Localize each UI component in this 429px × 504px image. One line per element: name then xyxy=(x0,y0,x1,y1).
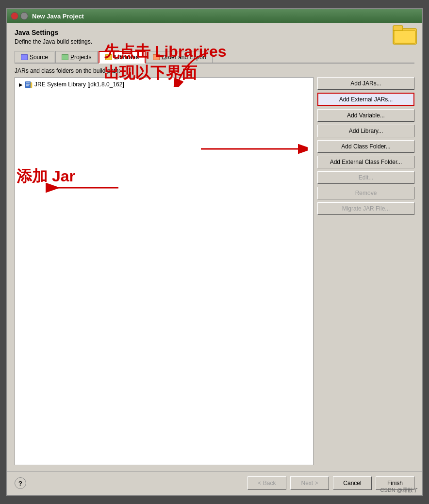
libraries-tab-icon xyxy=(105,54,112,60)
help-button[interactable]: ? xyxy=(15,477,26,489)
tab-order[interactable]: Order and Export xyxy=(147,51,213,63)
add-external-class-folder-button[interactable]: Add External Class Folder... xyxy=(317,156,414,168)
svg-rect-1 xyxy=(393,26,403,31)
bottom-bar: ? < Back Next > Cancel Finish xyxy=(7,471,422,495)
source-tab-icon xyxy=(21,54,28,60)
svg-rect-6 xyxy=(26,84,30,85)
add-external-jars-button[interactable]: Add External JARs... xyxy=(317,93,414,106)
svg-rect-5 xyxy=(26,82,30,83)
section-title: Java Settings xyxy=(15,29,414,36)
add-variable-button[interactable]: Add Variable... xyxy=(317,109,414,122)
edit-button[interactable]: Edit... xyxy=(317,171,414,184)
build-path-label: JARs and class folders on the build path… xyxy=(15,67,414,74)
svg-rect-8 xyxy=(31,82,32,88)
tabs-container: Source Projects Libraries Order and Expo… xyxy=(15,51,414,64)
svg-rect-7 xyxy=(26,85,29,86)
add-jars-button[interactable]: Add JARs... xyxy=(317,77,414,90)
tree-panel[interactable]: ▶ JRE System Library [jdk1.8.0_162] xyxy=(15,77,314,465)
window-controls xyxy=(11,12,28,20)
minimize-button[interactable] xyxy=(20,12,28,20)
next-button[interactable]: Next > xyxy=(290,476,329,490)
migrate-jar-button[interactable]: Migrate JAR File... xyxy=(317,202,414,215)
tab-source[interactable]: Source xyxy=(15,51,54,63)
jre-library-label: JRE System Library [jdk1.8.0_162] xyxy=(34,81,124,88)
svg-rect-2 xyxy=(394,31,415,43)
window-title: New Java Project xyxy=(32,13,84,20)
title-bar: New Java Project xyxy=(7,9,422,23)
expand-arrow: ▶ xyxy=(19,82,23,87)
close-button[interactable] xyxy=(11,12,18,20)
order-tab-icon xyxy=(153,54,160,60)
remove-button[interactable]: Remove xyxy=(317,187,414,199)
section-desc: Define the Java build settings. xyxy=(15,38,414,45)
csdn-credit: CSDN @霜散了 xyxy=(380,487,418,494)
back-button[interactable]: < Back xyxy=(248,476,286,490)
tab-libraries[interactable]: Libraries xyxy=(99,51,146,64)
tab-projects[interactable]: Projects xyxy=(55,51,98,63)
add-library-button[interactable]: Add Library... xyxy=(317,125,414,137)
cancel-button[interactable]: Cancel xyxy=(333,476,372,490)
projects-tab-icon xyxy=(62,54,68,60)
main-content: ▶ JRE System Library [jdk1.8.0_162] Add … xyxy=(15,77,414,465)
tree-item-jre[interactable]: ▶ JRE System Library [jdk1.8.0_162] xyxy=(17,80,311,89)
dialog-body: 先点击 Librarires 出现以下界面 Java Settings Defi… xyxy=(7,23,422,471)
folder-icon-decoration xyxy=(392,24,417,47)
add-class-folder-button[interactable]: Add Class Folder... xyxy=(317,140,414,153)
buttons-panel: Add JARs... Add External JARs... Add Var… xyxy=(317,77,414,465)
jre-icon xyxy=(25,81,33,88)
